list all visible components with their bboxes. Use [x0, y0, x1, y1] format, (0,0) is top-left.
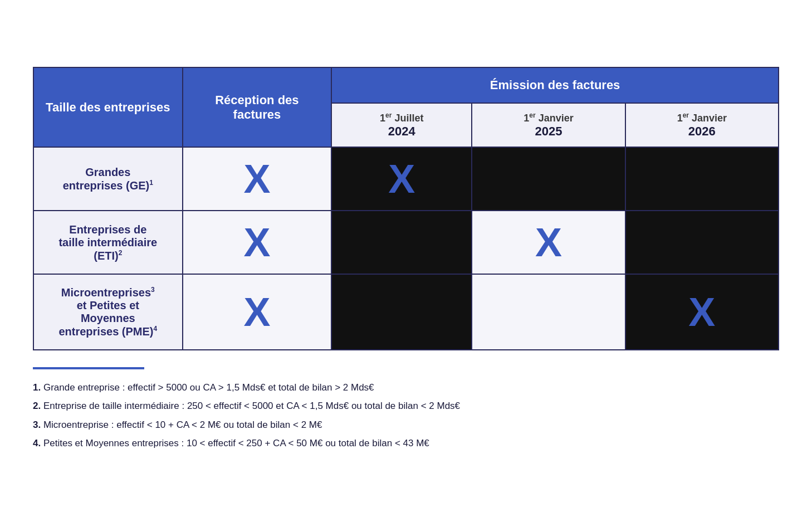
table-row-eti: Entreprises detaille intermédiaire(ETI)2…	[33, 211, 779, 274]
header-reception: Réception des factures	[183, 67, 332, 147]
date-label: 1er Juillet2024	[380, 113, 423, 138]
x-mark: X	[535, 220, 562, 265]
year-label: 2026	[688, 124, 716, 138]
cell-eti-emission-jan2026	[625, 211, 779, 274]
header-emission-label: Émission des factures	[490, 78, 620, 92]
footnotes-list: 1. Grande entreprise : effectif > 5000 o…	[33, 380, 779, 451]
table-row-pme: Microentreprises3et Petites etMoyennesen…	[33, 274, 779, 349]
x-mark: X	[243, 290, 270, 334]
subheader-jan2025: 1er Janvier2025	[472, 103, 625, 147]
header-taille: Taille des entreprises	[33, 67, 183, 147]
cell-ge-emission-jan2025	[472, 147, 625, 211]
header-emission: Émission des factures	[331, 67, 779, 103]
footnote-3: 3. Microentreprise : effectif < 10 + CA …	[33, 418, 779, 432]
cell-pme-reception: X	[183, 274, 332, 349]
year-label: 2025	[535, 124, 562, 138]
footnote-4: 4. Petites et Moyennes entreprises : 10 …	[33, 436, 779, 451]
page-container: Taille des entreprises Réception des fac…	[33, 67, 779, 455]
footnote-2: 2. Entreprise de taille intermédiaire : …	[33, 399, 779, 413]
label-ge: Grandesentreprises (GE)1	[33, 147, 183, 211]
footer-section: 1. Grande entreprise : effectif > 5000 o…	[33, 367, 779, 451]
date-label: 1er Janvier2025	[524, 113, 573, 138]
cell-eti-emission-jul2024	[331, 211, 472, 274]
date-label: 1er Janvier2026	[677, 113, 727, 138]
x-mark: X	[243, 220, 270, 265]
cell-ge-emission-jan2026	[625, 147, 779, 211]
table-row-ge: Grandesentreprises (GE)1 X X	[33, 147, 779, 211]
cell-ge-reception: X	[183, 147, 332, 211]
cell-ge-emission-jul2024: X	[331, 147, 472, 211]
footnote-2-text: Entreprise de taille intermédiaire : 250…	[43, 401, 460, 411]
footnote-4-text: Petites et Moyennes entreprises : 10 < e…	[43, 438, 429, 448]
cell-pme-emission-jan2025	[472, 274, 625, 349]
header-reception-label: Réception des factures	[215, 93, 299, 121]
cell-pme-emission-jul2024	[331, 274, 472, 349]
subheader-jan2026: 1er Janvier2026	[625, 103, 779, 147]
subheader-jul2024-emission: 1er Juillet2024	[331, 103, 472, 147]
footnote-1-text: Grande entreprise : effectif > 5000 ou C…	[43, 382, 374, 393]
label-pme: Microentreprises3et Petites etMoyennesen…	[33, 274, 183, 349]
footnote-3-text: Microentreprise : effectif < 10 + CA < 2…	[43, 419, 322, 430]
label-eti: Entreprises detaille intermédiaire(ETI)2	[33, 211, 183, 274]
x-mark: X	[243, 157, 270, 201]
x-mark: X	[388, 157, 415, 201]
x-mark: X	[688, 290, 715, 334]
footer-line	[33, 367, 144, 369]
main-table: Taille des entreprises Réception des fac…	[33, 67, 779, 350]
footnote-1: 1. Grande entreprise : effectif > 5000 o…	[33, 380, 779, 395]
cell-eti-reception: X	[183, 211, 332, 274]
year-label: 2024	[388, 124, 415, 138]
cell-eti-emission-jan2025: X	[472, 211, 625, 274]
header-row: Taille des entreprises Réception des fac…	[33, 67, 779, 103]
cell-pme-emission-jan2026: X	[625, 274, 779, 349]
header-taille-label: Taille des entreprises	[46, 100, 170, 114]
